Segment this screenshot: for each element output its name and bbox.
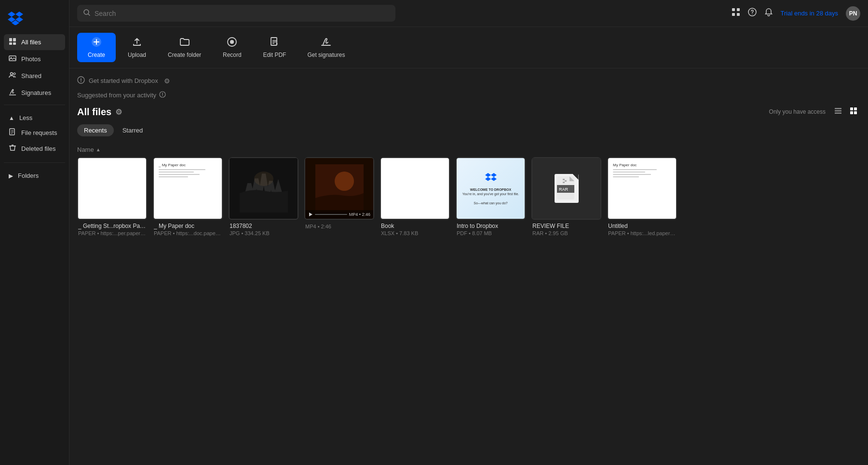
sidebar-divider-2 [4,162,65,163]
search-box[interactable] [77,5,395,22]
file-name-book: Book [381,223,449,229]
photos-icon [9,54,16,64]
avatar[interactable]: PN [846,6,860,21]
get-signatures-icon [321,37,331,50]
sidebar-item-less[interactable]: ▲ Less [4,111,65,125]
file-thumb-review-file: RAR [531,157,601,220]
all-files-settings-icon[interactable]: ⚙ [115,107,122,117]
record-button-label: Record [223,52,242,58]
file-info-getting-started: _ Getting St...ropbox Paper PAPER • http… [77,220,147,238]
get-signatures-button[interactable]: Get signatures [298,33,354,62]
search-input[interactable] [95,10,390,17]
svg-rect-13 [737,13,740,16]
file-thumb-my-paper-doc: _ My Paper doc [153,157,223,220]
upload-button-label: Upload [128,52,146,58]
edit-pdf-button[interactable]: Edit PDF [253,33,296,62]
file-meta-review-file: RAR • 2.95 GB [532,230,600,236]
all-files-title: All files [77,106,111,118]
file-info-review-file: REVIEW FILE RAR • 2.95 GB [531,220,601,238]
list-view-button[interactable] [831,105,845,119]
get-started-icon [77,76,85,85]
sidebar-item-photos[interactable]: Photos [4,51,65,67]
file-card-video[interactable]: MP4 • 2:46 MP4 • 2:46 [304,157,374,238]
deleted-files-icon [9,144,16,153]
topbar-right: Trial ends in 28 days PN [732,6,860,21]
thumb-book-5 [381,158,449,219]
thumb-dark-img-3 [230,158,298,219]
welcome-text: WELCOME TO DROPBOX You're in, and you've… [462,187,519,205]
get-started-hint[interactable]: Get started with Dropbox ⚙ [77,76,860,85]
sidebar-item-signatures[interactable]: Signatures [4,85,65,101]
sidebar-divider-1 [4,105,65,105]
sidebar-item-deleted-files[interactable]: Deleted files [4,141,65,157]
svg-rect-26 [854,107,857,110]
file-tabs: Recents Starred [77,124,860,136]
svg-rect-22 [835,108,841,109]
create-folder-button[interactable]: Create folder [158,33,211,62]
shared-icon [9,71,16,80]
file-name-getting-started: _ Getting St...ropbox Paper [78,223,146,229]
file-card-intro-to-dropbox[interactable]: WELCOME TO DROPBOX You're in, and you've… [456,157,526,238]
tab-starred[interactable]: Starred [116,124,150,136]
svg-point-6 [11,73,13,75]
record-icon [227,37,237,50]
file-card-untitled[interactable]: My Paper doc Untitled PAPER • https:...l… [607,157,677,238]
file-thumb-video: MP4 • 2:46 [304,157,374,220]
get-signatures-button-label: Get signatures [307,52,345,58]
sidebar-item-file-requests[interactable]: File requests [4,125,65,141]
svg-rect-28 [854,111,857,114]
file-card-review-file[interactable]: RAR REVIEW FILE RAR • 2.95 GB [531,157,601,238]
file-info-1837802: 1837802 JPG • 334.25 KB [229,220,298,238]
sidebar-item-shared[interactable]: Shared [4,68,65,84]
files-header: All files ⚙ Only you have access [77,105,860,119]
svg-rect-4 [9,56,16,61]
dropbox-logo[interactable] [0,6,69,34]
sidebar-file-requests-label: File requests [21,129,57,136]
sidebar-item-folders[interactable]: ▶ Folders [4,169,65,183]
main-content: Trial ends in 28 days PN Create Upload [69,0,868,465]
name-sort-row[interactable]: Name ▲ [77,144,860,157]
file-meta-1837802: JPG • 334.25 KB [230,230,298,236]
file-name-review-file: REVIEW FILE [532,223,600,229]
file-card-getting-started[interactable]: _ Getting St...ropbox Paper PAPER • http… [77,157,147,238]
view-controls [831,105,860,119]
bell-icon[interactable] [764,8,773,19]
apps-icon[interactable] [732,8,740,19]
create-folder-button-label: Create folder [168,52,201,58]
sidebar-deleted-files-label: Deleted files [21,145,56,152]
upload-button[interactable]: Upload [118,33,156,62]
svg-rect-25 [850,107,853,110]
files-title-group: All files ⚙ [77,106,122,118]
record-button[interactable]: Record [213,33,251,62]
content-area: Get started with Dropbox ⚙ Suggested fro… [69,68,868,465]
file-thumb-1837802 [229,157,298,220]
sidebar-item-all-files[interactable]: All files [4,34,65,50]
file-thumb-book [380,157,450,220]
topbar: Trial ends in 28 days PN [69,0,868,27]
video-time: MP4 • 2:46 [349,212,370,217]
svg-rect-12 [732,13,735,16]
suggested-settings-icon [159,91,166,99]
tab-recents[interactable]: Recents [77,124,114,136]
file-meta-intro-to-dropbox: PDF • 8.07 MB [457,230,525,236]
file-thumb-intro-to-dropbox: WELCOME TO DROPBOX You're in, and you've… [456,157,526,220]
file-card-book[interactable]: Book XLSX • 7.83 KB [380,157,450,238]
thumb-video-4: MP4 • 2:46 [305,158,373,219]
action-bar: Create Upload Create folder [69,27,868,68]
svg-text:RAR: RAR [559,187,569,192]
file-card-my-paper-doc[interactable]: _ My Paper doc _ My Paper doc PAPER • ht… [153,157,223,238]
trial-badge[interactable]: Trial ends in 28 days [781,10,838,17]
grid-view-button[interactable] [847,105,860,119]
video-overlay: MP4 • 2:46 [305,210,373,219]
help-icon[interactable] [748,8,757,19]
untitled-paper-lines [613,169,671,177]
video-progress-bar [315,214,347,215]
file-card-1837802[interactable]: 1837802 JPG • 334.25 KB [229,157,298,238]
svg-point-33 [335,172,354,191]
thumb-paper-8: My Paper doc [608,158,676,219]
thumb-paper-2: _ My Paper doc [154,158,222,219]
create-button[interactable]: Create [77,33,116,62]
svg-point-30 [254,172,273,186]
file-requests-icon [9,128,16,137]
sidebar-less-label: Less [19,114,32,121]
